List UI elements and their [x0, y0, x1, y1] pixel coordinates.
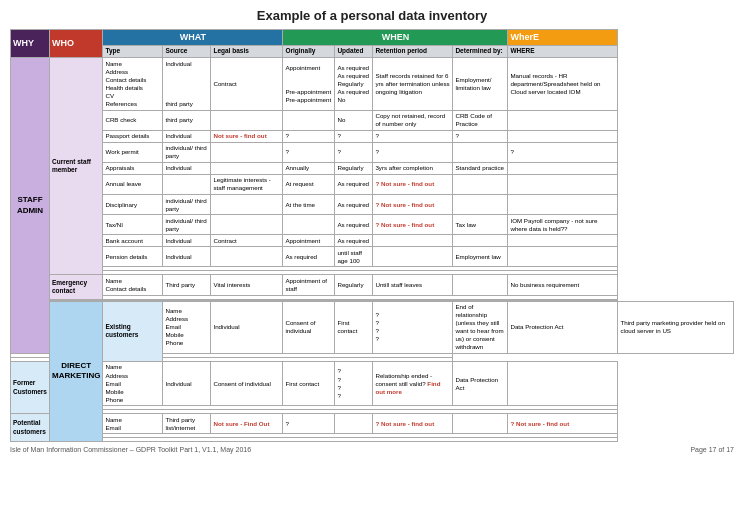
cell-upd-pc1: [335, 414, 373, 434]
cell-where-7: [508, 195, 618, 215]
cell-type-ec1: NameContact details: [103, 275, 163, 295]
cell-orig-3: ?: [283, 130, 335, 142]
header-when: WHEN: [283, 30, 508, 46]
subhdr-source: Source: [163, 45, 211, 57]
cell-ret-ec1: Untill staff leaves: [373, 275, 453, 295]
cell-source-ex1: Individual: [211, 301, 283, 353]
header-who: WHO: [49, 30, 102, 58]
table-row: DIRECTMARKETING Existingcustomers NameAd…: [11, 301, 734, 353]
cell-where-pc1: ? Not sure - find out: [508, 414, 618, 434]
inventory-table: WHY WHO WHAT WHEN WherE Type Source Lega…: [10, 29, 734, 442]
cell-upd-2: No: [335, 110, 373, 130]
cell-det-9: [453, 235, 508, 247]
cell-legal-2: [211, 110, 283, 130]
subhdr-type: Type: [103, 45, 163, 57]
cell-det-1: Employment/ limitation law: [453, 58, 508, 110]
table-row: [11, 438, 734, 442]
table-row: Work permit individual/ third party ? ? …: [11, 142, 734, 162]
not-sure-disc: ? Not sure - find out: [375, 201, 434, 208]
cell-ret-10: [373, 247, 453, 267]
cell-det-pc1: [453, 414, 508, 434]
cell-type-2: CRB check: [103, 110, 163, 130]
cell-legal-6: Legitimate interests - staff management: [211, 174, 283, 194]
cell-type-1: NameAddressContact detailsHealth details…: [103, 58, 163, 110]
cell-upd-ex1: ????: [373, 301, 453, 353]
cell-upd-1: As requiredAs requiredRegularlyAs requir…: [335, 58, 373, 110]
cell-legal-pc1: Not sure - Find Out: [211, 414, 283, 434]
cell-source-9: Individual: [163, 235, 211, 247]
cell-legal-3: Not sure - find out: [211, 130, 283, 142]
group-existing: Existingcustomers: [103, 301, 163, 361]
cell-legal-7: [211, 195, 283, 215]
cell-source-pc1: Third party list/internet: [163, 414, 211, 434]
not-sure-pc-where: ? Not sure - find out: [510, 420, 569, 427]
cell-type-pc1: NameEmail: [103, 414, 163, 434]
cell-type-ex1: NameAddressEmailMobilePhone: [163, 301, 211, 353]
cell-ret-pc1: ? Not sure - find out: [373, 414, 453, 434]
cell-upd-9: As required: [335, 235, 373, 247]
cell-where-8: IOM Payroll company - not sure where dat…: [508, 215, 618, 235]
cell-ret-4: ?: [373, 142, 453, 162]
cell-type-fc1: NameAddressEmailMobilePhone: [103, 361, 163, 405]
cell-where-ec1: No business requirement: [508, 275, 618, 295]
cell-source-8: individual/ third party: [163, 215, 211, 235]
cell-legal-9: Contract: [211, 235, 283, 247]
table-row: Appraisals Individual Annually Regularly…: [11, 162, 734, 174]
cell-ret-2: Copy not retained, record of number only: [373, 110, 453, 130]
cell-where-6: [508, 174, 618, 194]
section-direct: DIRECTMARKETING: [49, 301, 102, 442]
table-row: Passport details Individual Not sure - f…: [11, 130, 734, 142]
cell-where-4: ?: [508, 142, 618, 162]
cell-det-ex1: Data Protection Act: [508, 301, 618, 353]
cell-source-4: individual/ third party: [163, 142, 211, 162]
not-sure-pc: Not sure - Find Out: [213, 420, 269, 427]
group-emergency: Emergencycontact: [49, 275, 102, 299]
cell-upd-6: As required: [335, 174, 373, 194]
cell-upd-3: ?: [335, 130, 373, 142]
table-row: Tax/NI individual/ third party As requir…: [11, 215, 734, 235]
subhdr-determined: Determined by:: [453, 45, 508, 57]
cell-source-2: third party: [163, 110, 211, 130]
table-row: CRB check third party No Copy not retain…: [11, 110, 734, 130]
cell-det-10: Employment law: [453, 247, 508, 267]
cell-where-1: Manual records - HR department/Spreadshe…: [508, 58, 618, 110]
subhdr-updated: Updated: [335, 45, 373, 57]
cell-ret-fc1: Relationship ended - consent still valid…: [373, 361, 453, 405]
table-row: Bank account Individual Contract Appoint…: [11, 235, 734, 247]
cell-det-3: ?: [453, 130, 508, 142]
cell-type-8: Tax/NI: [103, 215, 163, 235]
not-sure-pc-ret: ? Not sure - find out: [375, 420, 434, 427]
cell-type-10: Pension details: [103, 247, 163, 267]
find-out-fc: Find out more: [375, 380, 440, 395]
table-row: Annual leave Legitimate interests - staf…: [11, 174, 734, 194]
cell-upd-4: ?: [335, 142, 373, 162]
cell-legal-fc1: Consent of individual: [211, 361, 283, 405]
header-what: WHAT: [103, 30, 283, 46]
cell-legal-1: Contract: [211, 58, 283, 110]
cell-ret-9: [373, 235, 453, 247]
cell-upd-fc1: ????: [335, 361, 373, 405]
not-sure-annual: ? Not sure - find out: [375, 180, 434, 187]
cell-ret-3: ?: [373, 130, 453, 142]
cell-upd-8: As required: [335, 215, 373, 235]
footer-right: Page 17 of 17: [690, 446, 734, 453]
cell-legal-ex1: Consent of individual: [283, 301, 335, 353]
cell-orig-9: Appointment: [283, 235, 335, 247]
section-staff: STAFFADMIN: [11, 58, 50, 354]
not-sure-tax: ? Not sure - find out: [375, 221, 434, 228]
cell-orig-pc1: ?: [283, 414, 335, 434]
cell-orig-4: ?: [283, 142, 335, 162]
cell-det-2: CRB Code of Practice: [453, 110, 508, 130]
page-footer: Isle of Man Information Commissioner – G…: [10, 446, 734, 453]
cell-type-6: Annual leave: [103, 174, 163, 194]
cell-type-7: Disciplinary: [103, 195, 163, 215]
cell-where-5: [508, 162, 618, 174]
cell-orig-fc1: First contact: [283, 361, 335, 405]
cell-det-6: [453, 174, 508, 194]
cell-type-5: Appraisals: [103, 162, 163, 174]
cell-ret-1: Staff records retained for 6 yrs after t…: [373, 58, 453, 110]
cell-source-7: individual/ third party: [163, 195, 211, 215]
table-row: Disciplinary individual/ third party At …: [11, 195, 734, 215]
cell-where-fc1: [508, 361, 618, 405]
cell-orig-2: [283, 110, 335, 130]
